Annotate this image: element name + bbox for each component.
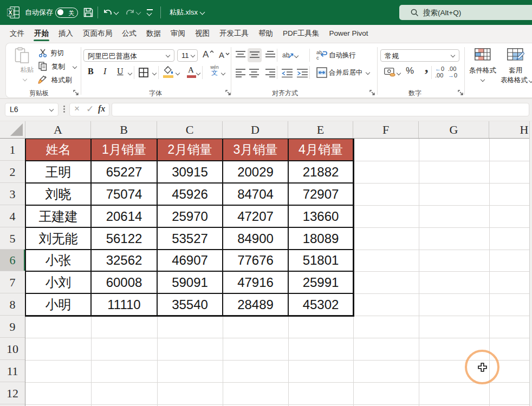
format-as-table-button[interactable]: 套用 表格格式 <box>500 46 531 86</box>
table-cell[interactable]: 45302 <box>289 294 353 315</box>
orientation-dropdown-chevron[interactable] <box>294 54 299 58</box>
format-painter-button[interactable]: 格式刷 <box>37 74 83 86</box>
table-cell[interactable]: 28489 <box>223 294 288 315</box>
fill-color-dropdown-chevron[interactable] <box>176 71 180 75</box>
table-cell[interactable]: 60008 <box>92 272 157 293</box>
alignment-dialog-launcher[interactable] <box>369 90 375 96</box>
filename-dropdown-chevron[interactable] <box>200 10 205 15</box>
column-header-H[interactable]: H <box>489 121 529 138</box>
align-top-button[interactable] <box>234 49 247 62</box>
percent-style-button[interactable]: % <box>405 65 416 78</box>
table-header-cell[interactable]: 3月销量 <box>223 139 288 160</box>
accounting-dropdown-chevron[interactable] <box>397 71 401 75</box>
row-header-9[interactable]: 9 <box>0 316 25 338</box>
ribbon-tab-6[interactable]: 审阅 <box>166 25 190 43</box>
copy-button[interactable]: 复制 <box>37 61 83 73</box>
column-header-E[interactable]: E <box>288 121 353 138</box>
accounting-format-button[interactable] <box>384 66 397 79</box>
customize-qat-icon[interactable] <box>147 9 153 15</box>
decrease-indent-button[interactable] <box>281 66 295 79</box>
table-cell[interactable]: 35540 <box>158 294 222 315</box>
document-title[interactable]: 粘贴.xlsx <box>170 0 198 25</box>
scrollbar-strip[interactable] <box>529 121 532 406</box>
table-cell[interactable]: 王明 <box>26 161 90 182</box>
undo-icon[interactable] <box>103 8 113 17</box>
cut-button[interactable]: 剪切 <box>37 47 76 59</box>
row-header-5[interactable]: 5 <box>0 227 25 250</box>
table-cell[interactable]: 77676 <box>223 250 288 271</box>
bold-button[interactable]: B <box>85 66 97 79</box>
table-cell[interactable]: 84900 <box>223 228 288 249</box>
ribbon-tab-file[interactable]: 文件 <box>5 25 29 43</box>
table-cell[interactable]: 11110 <box>92 294 157 315</box>
column-header-A[interactable]: A <box>25 121 91 138</box>
ribbon-tab-5[interactable]: 数据 <box>141 25 166 43</box>
insert-function-button[interactable]: fx <box>98 104 105 114</box>
row-header-10[interactable]: 10 <box>0 338 25 360</box>
table-cell[interactable]: 45926 <box>158 184 222 205</box>
autosave-toggle[interactable]: 关 <box>55 8 78 18</box>
table-cell[interactable]: 46907 <box>158 250 222 271</box>
undo-dropdown-chevron[interactable] <box>114 10 119 15</box>
row-header-4[interactable]: 4 <box>0 205 25 227</box>
borders-button[interactable] <box>137 66 153 79</box>
decrease-decimal-button[interactable]: .00 →0 <box>448 66 460 80</box>
ribbon-tab-8[interactable]: 开发工具 <box>215 25 254 43</box>
save-icon[interactable] <box>83 8 93 17</box>
table-cell[interactable]: 刘晓 <box>26 184 90 205</box>
table-cell[interactable]: 25970 <box>158 206 222 227</box>
table-header-cell[interactable]: 1月销量 <box>92 139 157 160</box>
row-header-11[interactable]: 11 <box>0 360 25 382</box>
number-dialog-launcher[interactable] <box>458 90 464 96</box>
column-header-B[interactable]: B <box>91 121 157 138</box>
table-cell[interactable]: 王建建 <box>26 206 90 227</box>
redo-icon[interactable] <box>125 8 135 17</box>
table-header-cell[interactable]: 2月销量 <box>158 139 222 160</box>
ribbon-tab-3[interactable]: 页面布局 <box>78 25 117 43</box>
table-cell[interactable]: 84704 <box>223 184 288 205</box>
orientation-button[interactable]: ab <box>281 49 295 62</box>
underline-dropdown-chevron[interactable] <box>128 71 132 75</box>
align-middle-button[interactable] <box>248 48 262 62</box>
ribbon-tab-9[interactable]: 帮助 <box>254 25 278 43</box>
enter-button[interactable]: ✓ <box>86 103 94 115</box>
align-right-button[interactable] <box>264 66 277 79</box>
table-cell[interactable]: 53527 <box>158 228 222 249</box>
ribbon-tab-4[interactable]: 公式 <box>117 25 141 43</box>
table-cell[interactable]: 47916 <box>223 272 288 293</box>
table-cell[interactable]: 59091 <box>158 272 222 293</box>
row-header-1[interactable]: 1 <box>0 139 25 161</box>
italic-button[interactable]: I <box>100 66 111 79</box>
wrap-text-button[interactable]: ab c 自动换行 <box>316 49 375 62</box>
table-cell[interactable]: 小张 <box>26 250 90 271</box>
underline-button[interactable]: U <box>114 66 126 79</box>
search-bar[interactable]: 搜索(Alt+Q) <box>399 5 532 20</box>
merge-center-button[interactable]: 合并后居中 <box>316 66 375 79</box>
row-header-8[interactable]: 8 <box>0 293 25 316</box>
column-header-C[interactable]: C <box>157 121 223 138</box>
table-cell[interactable]: 25991 <box>289 272 353 293</box>
table-header-cell[interactable]: 4月销量 <box>289 139 353 160</box>
row-header-12[interactable]: 12 <box>0 382 25 404</box>
phonetic-guide-button[interactable]: wén 文 <box>207 65 222 79</box>
font-size-combobox[interactable]: 11 <box>177 49 198 62</box>
table-cell[interactable]: 30915 <box>158 161 222 182</box>
decrease-font-button[interactable]: A <box>217 49 231 62</box>
row-header-7[interactable]: 7 <box>0 271 25 293</box>
ribbon-tab-1[interactable]: 开始 <box>29 25 54 43</box>
table-cell[interactable]: 21882 <box>289 161 353 182</box>
font-name-combobox[interactable]: 阿里巴巴普惠体 <box>83 49 174 62</box>
table-cell[interactable]: 13660 <box>289 206 353 227</box>
table-cell[interactable]: 51801 <box>289 250 353 271</box>
increase-decimal-button[interactable]: ←0 .00 <box>435 66 447 80</box>
phonetic-dropdown-chevron[interactable] <box>221 71 225 75</box>
table-cell[interactable]: 72907 <box>289 184 353 205</box>
table-header-cell[interactable]: 姓名 <box>26 139 90 160</box>
row-header-6[interactable]: 6 <box>0 250 25 271</box>
table-cell[interactable]: 20614 <box>92 206 157 227</box>
row-header-3[interactable]: 3 <box>0 183 25 205</box>
table-cell[interactable]: 32562 <box>92 250 157 271</box>
fill-color-button[interactable] <box>162 66 176 79</box>
ribbon-tab-7[interactable]: 视图 <box>190 25 215 43</box>
table-cell[interactable]: 20029 <box>223 161 288 182</box>
